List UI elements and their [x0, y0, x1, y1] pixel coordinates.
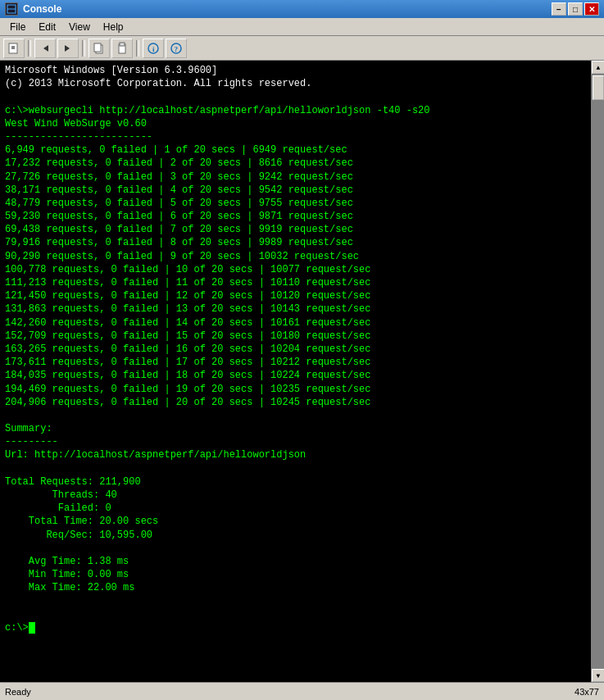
svg-rect-10 [120, 43, 125, 46]
console-line: Url: http://localhost/aspnetperf/api/hel… [5, 448, 586, 461]
console-line: 27,726 requests, 0 failed | 3 of 20 secs… [5, 170, 586, 184]
toolbar-separator-1 [28, 40, 31, 57]
vertical-scrollbar[interactable]: ▲ ▼ [591, 61, 604, 682]
svg-rect-8 [94, 43, 101, 52]
paste-button[interactable] [111, 39, 133, 58]
console-line: Max Time: 22.00 ms [5, 581, 586, 594]
console-line: 131,863 requests, 0 failed | 13 of 20 se… [5, 302, 586, 316]
console-line: c:\> [5, 621, 586, 634]
console-line: West Wind WebSurge v0.60 [5, 117, 586, 130]
console-line: 184,035 requests, 0 failed | 18 of 20 se… [5, 369, 586, 382]
console-line [5, 595, 586, 608]
app-icon [5, 2, 18, 16]
console-line: 173,611 requests, 0 failed | 17 of 20 se… [5, 356, 586, 369]
console-line: Min Time: 0.00 ms [5, 568, 586, 581]
console-line: 6,949 requests, 0 failed | 1 of 20 secs … [5, 143, 586, 157]
console-line: Threads: 40 [5, 489, 586, 502]
menu-bar: File Edit View Help [0, 18, 604, 36]
scroll-down-button[interactable]: ▼ [592, 669, 604, 682]
maximize-button[interactable]: □ [568, 2, 583, 16]
status-text: Ready [5, 687, 31, 697]
console-line: 38,171 requests, 0 failed | 4 of 20 secs… [5, 184, 586, 197]
toolbar: i ? [0, 36, 604, 61]
console-line: Total Time: 20.00 secs [5, 515, 586, 528]
copy-button[interactable] [89, 39, 110, 58]
window-controls: − □ ✕ [552, 2, 599, 16]
console-output: Microsoft Windows [Version 6.3.9600](c) … [0, 61, 591, 682]
console-line: Avg Time: 1.38 ms [5, 555, 586, 568]
status-bar: Ready 43x77 [0, 682, 604, 700]
menu-file[interactable]: File [3, 20, 32, 34]
console-line: 69,438 requests, 0 failed | 7 of 20 secs… [5, 223, 586, 236]
console-line: 79,916 requests, 0 failed | 8 of 20 secs… [5, 236, 586, 249]
console-line: Summary: [5, 422, 586, 435]
console-line: 163,265 requests, 0 failed | 16 of 20 se… [5, 343, 586, 356]
info-button[interactable]: i [143, 39, 164, 58]
console-line [5, 409, 586, 422]
console-line: Failed: 0 [5, 502, 586, 515]
cursor [29, 622, 35, 634]
console-line: 100,778 requests, 0 failed | 10 of 20 se… [5, 263, 586, 276]
svg-marker-6 [65, 45, 70, 52]
menu-view[interactable]: View [62, 20, 97, 34]
scroll-thumb[interactable] [593, 75, 604, 100]
scroll-up-button[interactable]: ▲ [592, 61, 604, 74]
toolbar-separator-3 [136, 40, 139, 57]
console-line: 194,469 requests, 0 failed | 19 of 20 se… [5, 383, 586, 396]
menu-edit[interactable]: Edit [32, 20, 62, 34]
console-line [5, 542, 586, 555]
help-button[interactable]: ? [166, 39, 187, 58]
status-dimensions: 43x77 [574, 687, 599, 697]
console-line: 142,260 requests, 0 failed | 14 of 20 se… [5, 316, 586, 330]
console-line [5, 462, 586, 475]
minimize-button[interactable]: − [552, 2, 566, 16]
console-line: Microsoft Windows [Version 6.3.9600] [5, 64, 586, 77]
console-line: 121,450 requests, 0 failed | 12 of 20 se… [5, 289, 586, 302]
new-button[interactable] [3, 39, 25, 58]
console-wrapper: Microsoft Windows [Version 6.3.9600](c) … [0, 61, 604, 682]
title-bar-left: Console [5, 2, 61, 16]
console-line: 152,709 requests, 0 failed | 15 of 20 se… [5, 330, 586, 343]
console-line: --------- [5, 435, 586, 448]
console-line: (c) 2013 Microsoft Corporation. All righ… [5, 77, 586, 90]
console-line: ------------------------- [5, 130, 586, 143]
console-line: 111,213 requests, 0 failed | 11 of 20 se… [5, 276, 586, 289]
scroll-track[interactable] [592, 74, 604, 669]
console-line: c:\>websurgecli http://localhost/aspnetp… [5, 104, 586, 117]
console-line: 48,779 requests, 0 failed | 5 of 20 secs… [5, 197, 586, 210]
console-line: Req/Sec: 10,595.00 [5, 529, 586, 542]
forward-button[interactable] [57, 39, 79, 58]
svg-text:i: i [152, 45, 155, 53]
title-bar: Console − □ ✕ [0, 0, 604, 18]
back-button[interactable] [34, 39, 56, 58]
console-line [5, 608, 586, 621]
toolbar-separator-2 [82, 40, 85, 57]
console-line: 17,232 requests, 0 failed | 2 of 20 secs… [5, 157, 586, 170]
console-line [5, 90, 586, 103]
window-title: Console [23, 3, 61, 15]
console-line: Total Requests: 211,900 [5, 475, 586, 489]
menu-help[interactable]: Help [97, 20, 130, 34]
svg-text:?: ? [175, 45, 179, 53]
close-button[interactable]: ✕ [584, 2, 599, 16]
console-line: 59,230 requests, 0 failed | 6 of 20 secs… [5, 210, 586, 223]
console-line: 90,290 requests, 0 failed | 9 of 20 secs… [5, 250, 586, 263]
console-line: 204,906 requests, 0 failed | 20 of 20 se… [5, 396, 586, 409]
svg-marker-5 [43, 45, 48, 52]
